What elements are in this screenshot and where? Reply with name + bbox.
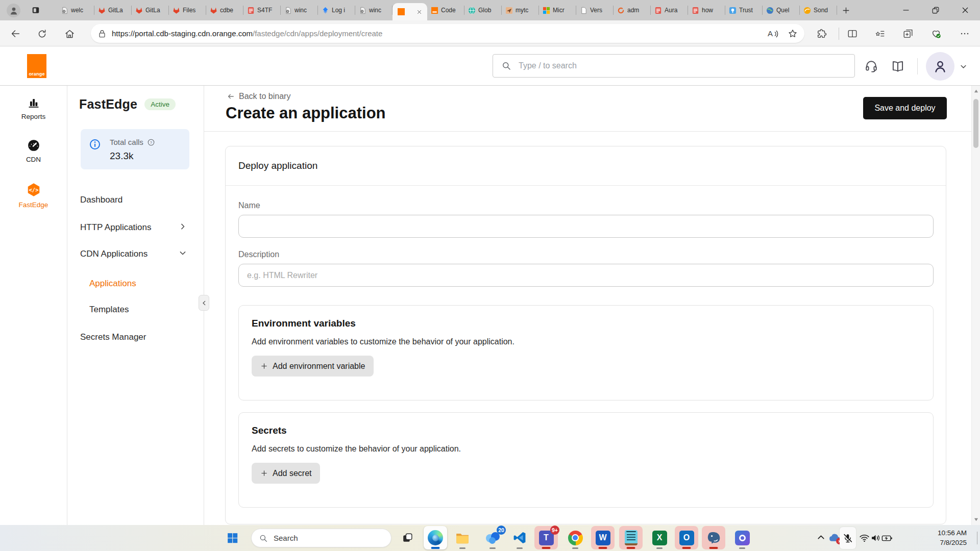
tray-show-hidden-icons[interactable] (816, 532, 826, 543)
sidebar-item-secrets-manager[interactable]: Secrets Manager (80, 332, 146, 342)
back-button[interactable] (8, 27, 22, 41)
user-avatar[interactable] (926, 52, 954, 81)
chevron-right-icon[interactable] (178, 221, 188, 232)
browser-tab[interactable]: Trust (725, 0, 763, 20)
browser-tab[interactable]: how (688, 0, 725, 20)
add-environment-variable-button[interactable]: Add environment variable (252, 356, 374, 377)
scrollbar-thumb[interactable] (973, 99, 978, 148)
tab-actions-menu-icon[interactable] (30, 5, 42, 16)
favorites-button[interactable] (873, 27, 887, 41)
status-badge: Active (144, 98, 176, 110)
sidebar-collapse-button[interactable] (199, 295, 209, 311)
tray-wifi[interactable] (859, 533, 870, 543)
window-close-button[interactable] (950, 0, 980, 20)
taskbar-search[interactable]: Search (251, 529, 391, 547)
rail-item-reports[interactable]: Reports (0, 96, 67, 120)
browser-tab[interactable]: Vers (576, 0, 614, 20)
back-to-binary-link[interactable]: Back to binary (226, 92, 290, 101)
sidebar-item-http-applications[interactable]: HTTP Applications (80, 222, 152, 233)
taskbar-photos[interactable] (730, 526, 754, 549)
new-tab-button[interactable] (837, 0, 854, 20)
favorite-star-icon[interactable] (787, 28, 798, 39)
collections-button[interactable] (901, 27, 915, 41)
site-search-input[interactable] (518, 61, 846, 71)
browser-tab[interactable]: Quel (763, 0, 800, 20)
browser-tab[interactable]: Files (169, 0, 206, 20)
site-search-box[interactable] (493, 54, 855, 78)
browser-essentials-button[interactable] (929, 27, 943, 41)
scroll-down-arrow[interactable] (974, 517, 978, 522)
taskbar-phone-link[interactable]: 20 (481, 526, 504, 549)
sidebar-item-applications[interactable]: Applications (89, 279, 136, 289)
tab-title: Sond (814, 7, 834, 14)
start-button[interactable] (220, 526, 244, 549)
show-desktop-button[interactable] (977, 532, 977, 544)
read-aloud-icon[interactable] (767, 28, 779, 40)
window-restore-button[interactable] (921, 0, 950, 20)
browser-tab[interactable]: S4TF (243, 0, 281, 20)
orange-logo[interactable]: orange (27, 54, 46, 78)
save-and-deploy-button[interactable]: Save and deploy (863, 97, 947, 119)
taskbar-excel[interactable]: X (648, 526, 671, 549)
split-screen-button[interactable] (845, 27, 860, 41)
task-view-button[interactable] (396, 526, 419, 549)
browser-tab[interactable]: GitLa (94, 0, 132, 20)
tab-title: how (702, 7, 722, 14)
browser-tab[interactable]: GitLa (132, 0, 169, 20)
help-icon[interactable] (147, 138, 155, 146)
info-icon[interactable] (89, 138, 101, 151)
scroll-up-arrow[interactable] (974, 89, 978, 93)
taskbar-chrome[interactable] (564, 526, 587, 549)
rail-item-cdn[interactable]: CDN (0, 139, 67, 163)
browser-profile-avatar[interactable] (7, 4, 20, 17)
refresh-button[interactable] (35, 27, 49, 41)
excel-icon: X (652, 531, 667, 545)
sidebar-item-cdn-applications[interactable]: CDN Applications (80, 249, 148, 259)
browser-tab[interactable]: winc (281, 0, 318, 20)
taskbar-teams[interactable]: T 9+ (534, 526, 558, 549)
lock-icon[interactable] (97, 29, 107, 39)
taskbar-word[interactable]: W (591, 526, 615, 549)
tray-volume[interactable] (870, 533, 881, 543)
browser-tab[interactable]: adm (614, 0, 651, 20)
support-button[interactable] (864, 59, 878, 73)
tray-battery[interactable] (881, 533, 893, 544)
rail-item-fastedge[interactable]: FastEdge (0, 182, 67, 209)
browser-tab-active[interactable] (393, 3, 427, 20)
taskbar-postgresql[interactable] (702, 526, 725, 549)
taskbar-notepad[interactable] (619, 526, 643, 549)
tray-clock[interactable]: 10:56 AM 7/8/2025 (938, 528, 967, 547)
taskbar-edge[interactable] (424, 526, 447, 549)
browser-tab[interactable]: welc (57, 0, 94, 20)
description-input[interactable] (238, 264, 934, 287)
settings-menu-button[interactable] (958, 27, 972, 41)
taskbar-outlook[interactable]: O (675, 526, 698, 549)
close-tab-icon[interactable] (416, 9, 423, 15)
sidebar-item-templates[interactable]: Templates (89, 305, 129, 315)
home-button[interactable] (62, 27, 77, 41)
tray-microphone-muted[interactable] (840, 527, 856, 549)
docs-button[interactable] (891, 59, 905, 73)
url-text[interactable]: https://portal.cdb-staging.cdn.orange.co… (112, 29, 762, 38)
name-input[interactable] (238, 215, 934, 238)
sidebar-app-title: FastEdge (79, 97, 137, 112)
browser-tab[interactable]: Sond (800, 0, 837, 20)
chevron-down-icon[interactable] (178, 248, 188, 258)
taskbar-file-explorer[interactable] (451, 526, 474, 549)
browser-tab[interactable]: Micr (539, 0, 576, 20)
page-scrollbar[interactable] (971, 86, 980, 525)
browser-tab[interactable]: Aura (651, 0, 688, 20)
browser-tab[interactable]: Glob (464, 0, 502, 20)
browser-tab[interactable]: Code (427, 0, 464, 20)
browser-tab[interactable]: mytc (502, 0, 539, 20)
browser-tab[interactable]: Log i (318, 0, 355, 20)
window-minimize-button[interactable] (891, 0, 921, 20)
add-secret-button[interactable]: Add secret (252, 463, 320, 484)
account-menu-button[interactable] (959, 62, 968, 71)
extensions-button[interactable] (815, 27, 829, 41)
taskbar-vscode[interactable] (508, 526, 531, 549)
browser-tab[interactable]: winc (355, 0, 393, 20)
browser-tab[interactable]: cdbe (206, 0, 243, 20)
address-bar[interactable]: https://portal.cdb-staging.cdn.orange.co… (91, 24, 804, 43)
sidebar-item-dashboard[interactable]: Dashboard (80, 195, 122, 205)
